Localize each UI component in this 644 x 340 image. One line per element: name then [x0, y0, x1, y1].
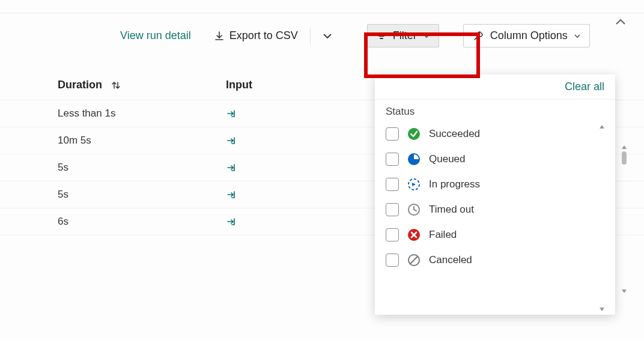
topbar	[0, 0, 644, 13]
status-option-failed[interactable]: Failed	[386, 222, 610, 247]
divider	[310, 28, 311, 44]
svg-point-0	[408, 128, 420, 140]
checkbox[interactable]	[386, 127, 399, 141]
view-run-detail-link[interactable]: View run detail	[120, 29, 191, 42]
input-link-icon[interactable]	[226, 108, 346, 120]
status-option-inprogress[interactable]: In progress	[386, 172, 610, 197]
column-options-button[interactable]: Column Options	[463, 24, 590, 47]
canceled-icon	[407, 253, 421, 267]
duration-cell: 5s	[58, 162, 68, 174]
status-label: Succeeded	[429, 128, 480, 140]
page-scrollbar[interactable]	[620, 144, 628, 166]
status-option-canceled[interactable]: Canceled	[386, 247, 610, 273]
chevron-down-icon	[423, 33, 430, 39]
input-link-icon[interactable]	[226, 216, 346, 228]
filter-button[interactable]: Filter	[367, 24, 439, 47]
col-duration-label[interactable]: Duration	[58, 79, 102, 91]
more-chevron-button[interactable]	[318, 29, 337, 43]
checkbox[interactable]	[386, 228, 399, 241]
status-option-timedout[interactable]: Timed out	[386, 197, 610, 222]
checkbox[interactable]	[386, 253, 399, 267]
filter-icon	[376, 32, 387, 40]
checkbox[interactable]	[386, 178, 399, 191]
filter-panel-body: Succeeded Queued In progress Timed out	[375, 121, 615, 315]
duration-cell: 6s	[58, 216, 68, 228]
status-label: Failed	[429, 229, 457, 241]
clear-all-link[interactable]: Clear all	[565, 80, 604, 93]
checkbox[interactable]	[386, 153, 399, 166]
failed-icon	[407, 228, 421, 241]
duration-cell: 5s	[58, 189, 68, 201]
export-csv-label: Export to CSV	[229, 29, 298, 42]
panel-scroll-up[interactable]	[598, 124, 607, 130]
inprogress-icon	[407, 178, 421, 191]
status-option-queued[interactable]: Queued	[386, 147, 610, 172]
status-label: Queued	[429, 153, 466, 165]
filter-section-status: Status	[375, 100, 615, 121]
timedout-icon	[407, 203, 421, 216]
filter-panel: Clear all Status Succeeded Queued In pro…	[375, 74, 615, 315]
download-icon	[214, 31, 225, 41]
chevron-down-icon	[574, 33, 581, 39]
duration-cell: 10m 5s	[58, 135, 91, 147]
collapse-chevron-icon[interactable]	[615, 18, 626, 25]
success-icon	[407, 127, 421, 141]
duration-cell: Less than 1s	[58, 108, 115, 120]
toolbar: View run detail Export to CSV Filter Col…	[120, 13, 644, 58]
panel-scroll-down[interactable]	[598, 306, 607, 312]
status-option-succeeded[interactable]: Succeeded	[386, 121, 610, 147]
status-label: Canceled	[429, 254, 472, 266]
sort-icon[interactable]	[111, 80, 121, 91]
column-options-label: Column Options	[490, 29, 568, 42]
input-link-icon[interactable]	[226, 189, 346, 201]
export-csv-button[interactable]: Export to CSV	[209, 26, 303, 46]
input-link-icon[interactable]	[226, 162, 346, 174]
col-input-label[interactable]: Input	[226, 79, 252, 91]
checkbox[interactable]	[386, 203, 399, 216]
filter-label: Filter	[393, 29, 417, 42]
status-label: Timed out	[429, 204, 474, 216]
status-label: In progress	[429, 178, 480, 190]
input-link-icon[interactable]	[226, 135, 346, 147]
wrench-icon	[472, 30, 484, 42]
queued-icon	[407, 153, 421, 166]
